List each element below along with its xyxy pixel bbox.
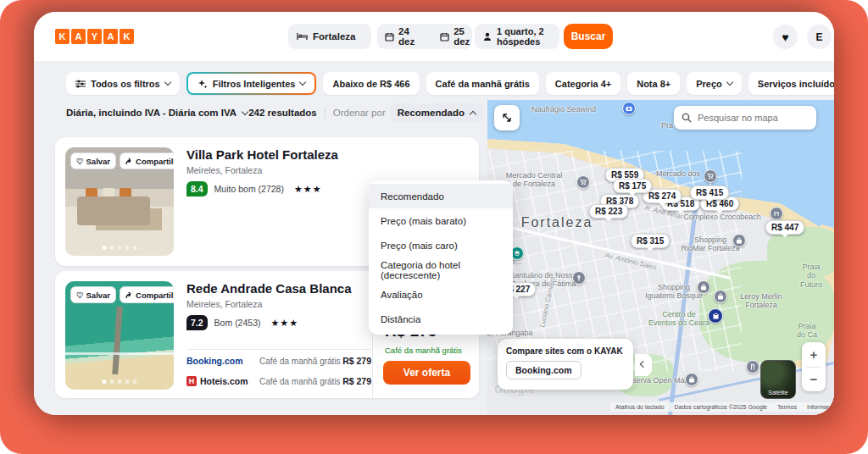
photo-detail	[112, 307, 123, 374]
free-breakfast-note: Café da manhã grátis	[385, 346, 462, 355]
profile-button[interactable]: E	[807, 25, 832, 49]
provider-row[interactable]: H Hoteis.com Café da manhã grátis R$ 279	[186, 376, 371, 386]
filter-category-4plus[interactable]: Categoria 4+	[546, 72, 620, 95]
hotel-name[interactable]: Villa Park Hotel Fortaleza	[186, 147, 338, 162]
report-error-link[interactable]: Informar	[807, 404, 829, 410]
map-panel[interactable]: Naufrágio Seawind Pra Mercado Central de…	[487, 100, 834, 415]
hotel-photo[interactable]: ♡ Salvar Compartilhar	[65, 281, 174, 390]
map-label: Centro de Eventos do Ceará	[648, 310, 709, 328]
rating-label: Muito bom (2728)	[214, 184, 284, 194]
sort-option-hotel-class[interactable]: Categoria do hotel (decrescente)	[369, 257, 513, 282]
logo-letter: A	[71, 29, 86, 44]
filter-all-filters[interactable]: Todos os filtros	[66, 72, 180, 95]
chip-label: Preço	[696, 79, 722, 89]
filter-included-services[interactable]: Serviços incluídos	[748, 72, 834, 95]
camera-poi-icon[interactable]	[622, 102, 636, 115]
rating-score-badge: 7.2	[186, 315, 208, 330]
favorites-button[interactable]: ♥	[773, 25, 798, 49]
hotel-name[interactable]: Rede Andrade Casa Blanca	[186, 281, 352, 296]
search-button[interactable]: Buscar	[564, 24, 613, 49]
sort-option-review-score[interactable]: Avaliação	[369, 282, 513, 307]
event-center-poi-icon[interactable]	[708, 308, 723, 324]
map-search-box[interactable]	[674, 106, 816, 130]
checkin-field[interactable]: 24 dez	[377, 24, 422, 49]
shopping-bag-poi-icon[interactable]	[697, 280, 710, 294]
save-button[interactable]: ♡ Salvar	[70, 286, 116, 303]
hotel-photo[interactable]: ♡ Salvar Compartilhar	[65, 147, 174, 256]
save-button[interactable]: ♡ Salvar	[70, 152, 116, 169]
map-label: Praia do Futuro	[800, 263, 823, 289]
map-search-input[interactable]	[698, 113, 799, 123]
filter-price[interactable]: Preço	[687, 72, 742, 95]
church-poi-icon[interactable]	[572, 271, 586, 285]
guests-field[interactable]: 1 quarto, 2 hóspedes	[475, 24, 559, 49]
shopping-bag-poi-icon[interactable]	[685, 373, 698, 386]
filter-price-below[interactable]: Abaixo de R$ 466	[323, 72, 419, 95]
sort-option-recommended[interactable]: Recomendado	[369, 184, 513, 208]
restaurant-poi-icon[interactable]	[746, 360, 760, 374]
map-price-pin[interactable]: R$ 447	[765, 220, 804, 235]
terms-link[interactable]: Termos	[777, 404, 797, 410]
provider-price: R$ 279	[342, 356, 371, 366]
map-label: Shopping RioMar Fortaleza	[681, 235, 739, 253]
map-price-pin[interactable]: R$ 223	[589, 204, 628, 219]
map-price-pin[interactable]: R$ 415	[690, 185, 729, 200]
shopping-cart-poi-icon[interactable]	[576, 175, 590, 189]
keyboard-shortcuts-link[interactable]: Atalhos do teclado	[615, 404, 665, 410]
sort-value: Recomendado	[398, 108, 465, 118]
sort-option-price-lowest[interactable]: Preço (mais barato)	[369, 208, 513, 233]
compare-booking-button[interactable]: Booking.com	[506, 361, 581, 379]
map-data-credit: Dados cartográficos ©2025 Google	[675, 404, 767, 410]
sort-option-distance[interactable]: Distância	[369, 307, 513, 331]
beach-club-poi-icon[interactable]	[770, 207, 783, 220]
shopping-bag-poi-icon[interactable]	[732, 234, 746, 247]
satellite-toggle-button[interactable]: Satélite	[760, 360, 796, 399]
sort-option-price-highest[interactable]: Preço (mais caro)	[369, 233, 513, 257]
provider-row[interactable]: Booking.com Café da manhã grátis R$ 279	[186, 356, 371, 366]
map-label: Shopping Iguatemi Bosque	[645, 283, 703, 301]
map-price-pin[interactable]: R$ 175	[613, 179, 652, 193]
filter-smart-filters[interactable]: Filtros Inteligentes	[186, 72, 317, 95]
rating-label: Bom (2453)	[214, 318, 261, 328]
photo-actions: ♡ Salvar Compartilhar	[70, 152, 174, 169]
photo-carousel-dots[interactable]	[103, 246, 137, 250]
chevron-left-icon	[640, 360, 647, 367]
profile-initial: E	[815, 31, 822, 43]
photo-detail	[77, 197, 150, 225]
save-label: Salvar	[86, 157, 111, 166]
share-button[interactable]: Compartilhar	[120, 152, 174, 169]
chip-label: Abaixo de R$ 466	[332, 79, 409, 89]
shopping-cart-poi-icon[interactable]	[704, 169, 717, 183]
chevron-down-icon	[299, 79, 306, 86]
rate-note-dropdown[interactable]: Diária, incluindo IVA - Diária com IVA	[66, 108, 248, 118]
heart-outline-icon: ♡	[76, 157, 84, 166]
checkout-field[interactable]: 25 dez	[432, 24, 477, 49]
zoom-in-button[interactable]: +	[802, 342, 826, 367]
filter-bar: Todos os filtros Filtros Inteligentes Ab…	[66, 72, 834, 95]
dates-field: 24 dez 25 dez	[377, 24, 472, 49]
compare-title: Compare sites com o KAYAK	[506, 346, 625, 356]
share-button[interactable]: Compartilhar	[120, 286, 174, 303]
collapse-map-button[interactable]	[494, 105, 520, 130]
shopping-bag-poi-icon[interactable]	[714, 290, 727, 303]
satellite-label: Satélite	[768, 390, 787, 396]
hoteis-icon: H	[186, 376, 197, 386]
share-label: Compartilhar	[136, 157, 174, 166]
hotel-stars: ★★★	[294, 184, 322, 195]
content-area: Todos os filtros Filtros Inteligentes Ab…	[34, 61, 834, 415]
hotel-stars: ★★★	[270, 318, 298, 329]
view-deal-button[interactable]: Ver oferta	[383, 361, 470, 385]
filter-free-breakfast[interactable]: Café da manhã grátis	[426, 72, 539, 95]
sort-selector[interactable]: Recomendado	[390, 103, 483, 122]
chevron-down-icon	[164, 79, 170, 86]
chip-label: Serviços incluídos	[758, 79, 834, 89]
photo-carousel-dots[interactable]	[103, 379, 137, 384]
zoom-out-button[interactable]: −	[802, 368, 826, 392]
kayak-logo[interactable]: K A Y A K	[55, 29, 134, 44]
hotel-location: Meireles, Fortaleza	[186, 299, 262, 309]
person-icon	[483, 32, 492, 42]
map-price-pin[interactable]: R$ 315	[631, 234, 670, 248]
filter-rating-8plus[interactable]: Nota 8+	[627, 72, 680, 95]
destination-field[interactable]: Fortaleza	[288, 24, 371, 49]
collapse-compare-button[interactable]	[635, 354, 652, 376]
